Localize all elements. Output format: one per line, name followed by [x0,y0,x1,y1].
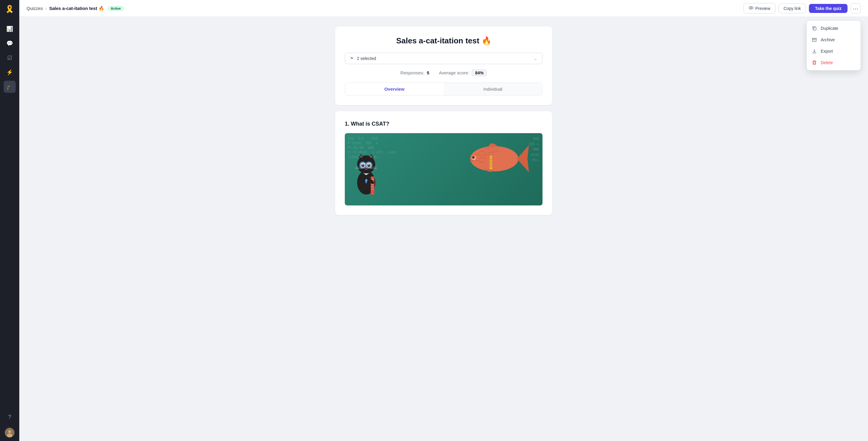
copy-icon [812,26,817,31]
svg-rect-46 [813,27,816,30]
question-image: 3xy H₂S X∨O ∇·(E∨V) XV1 x ∇²-E∧-VV XA0 V… [345,133,542,206]
export-label: Export [821,49,833,54]
main-content: Quizzes › Sales a-cat-itation test 🔥 Act… [19,0,868,441]
svg-point-17 [368,164,370,165]
header: Quizzes › Sales a-cat-itation test 🔥 Act… [19,0,868,17]
tab-row: Overview Individual [345,83,542,95]
question-1-card: 1. What is CSAT? 3xy H₂S X∨O ∇·(E∨V) XV1… [335,111,552,215]
svg-point-38 [472,157,473,158]
eye-icon [749,5,753,11]
trash-icon [812,60,817,65]
sidebar: 🎗️ 📊 💬 ☑ ⚡ 🎓 ? [0,0,19,441]
archive-icon [812,37,817,42]
duplicate-label: Duplicate [821,26,838,31]
svg-point-3 [749,7,753,9]
fish-figure [464,139,530,178]
filter-value: 2 selected [357,56,531,61]
copy-link-button[interactable]: Copy link [778,4,806,13]
header-actions: Preview Copy link Take the quiz ··· [744,3,861,13]
svg-point-1 [8,430,11,433]
breadcrumb-separator: › [45,6,47,11]
svg-point-16 [362,164,364,165]
tab-individual[interactable]: Individual [444,83,542,95]
breadcrumb: Quizzes › Sales a-cat-itation test 🔥 Act… [27,6,124,11]
quiz-summary-card: Sales a-cat-itation test 🔥 ⚑ 2 selected … [335,27,552,105]
cat-figure [350,137,383,200]
avg-score-stat: Average score: 84% [439,70,487,75]
sidebar-item-messages[interactable]: 💬 [4,37,16,50]
breadcrumb-parent[interactable]: Quizzes [27,6,43,11]
user-avatar[interactable] [5,428,14,437]
sidebar-item-tasks[interactable]: ☑ [4,52,16,64]
svg-point-35 [470,146,518,171]
sidebar-item-lightning[interactable]: ⚡ [4,66,16,78]
app-logo: 🎗️ [4,4,15,14]
dropdown-delete[interactable]: Delete [807,57,861,68]
score-badge: 84% [472,70,487,76]
sidebar-item-help[interactable]: ? [4,411,16,423]
responses-stat: Responses: 5 [401,70,430,75]
svg-point-22 [365,167,367,168]
page-content: Sales a-cat-itation test 🔥 ⚑ 2 selected … [19,17,868,441]
delete-label: Delete [821,60,833,65]
svg-rect-27 [371,177,374,195]
status-badge: Active [108,6,124,11]
svg-point-4 [750,7,752,8]
filter-select[interactable]: ⚑ 2 selected ⌄ [345,53,542,64]
tab-overview[interactable]: Overview [345,83,444,95]
breadcrumb-current: Sales a-cat-itation test 🔥 [49,6,104,11]
dropdown-archive[interactable]: Archive [807,34,861,45]
sidebar-item-analytics[interactable]: 📊 [4,23,16,35]
dropdown-export[interactable]: Export [807,45,861,57]
svg-rect-47 [812,38,816,39]
quiz-title: Sales a-cat-itation test 🔥 [345,36,542,45]
more-options-button[interactable]: ··· [850,3,861,13]
preview-button[interactable]: Preview [744,3,775,13]
question-1-title: 1. What is CSAT? [345,121,542,127]
chevron-down-icon: ⌄ [534,56,537,61]
more-icon: ··· [852,5,859,11]
take-quiz-button[interactable]: Take the quiz [809,4,847,13]
sidebar-item-learn[interactable]: 🎓 [4,81,16,93]
export-icon [812,49,817,54]
flag-icon: ⚑ [350,56,354,61]
stats-row: Responses: 5 Average score: 84% [345,70,542,75]
archive-label: Archive [821,37,835,42]
dropdown-duplicate[interactable]: Duplicate [807,23,861,34]
dropdown-menu: Duplicate Archive Export Delete [807,21,861,70]
